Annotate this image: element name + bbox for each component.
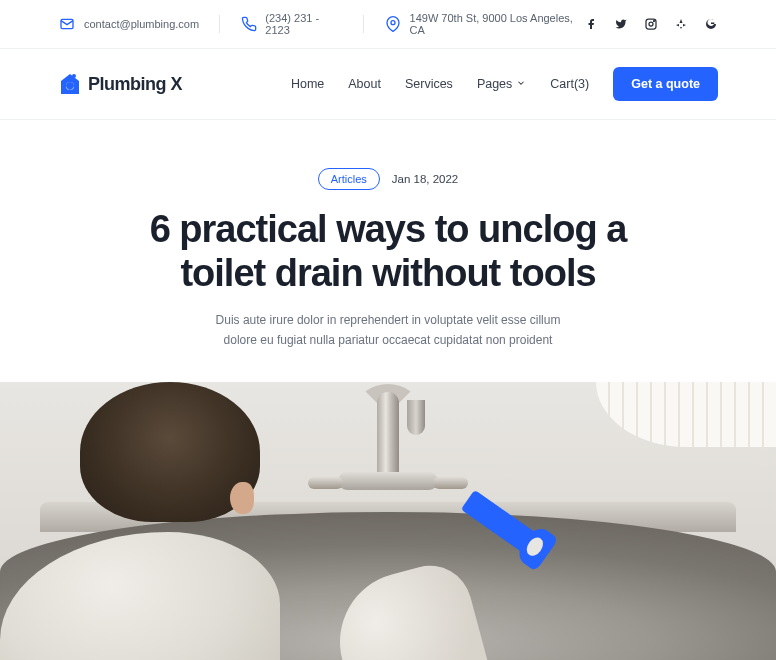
facebook-icon[interactable]: [584, 17, 598, 31]
hero-image: [0, 382, 776, 660]
yelp-icon[interactable]: [674, 17, 688, 31]
google-icon[interactable]: [704, 17, 718, 31]
nav-about[interactable]: About: [348, 77, 381, 91]
email-text: contact@plumbing.com: [84, 18, 199, 30]
logo[interactable]: Plumbing X: [58, 72, 182, 96]
svg-point-6: [72, 74, 76, 78]
email-link[interactable]: contact@plumbing.com: [58, 15, 199, 33]
social-icons: [584, 17, 718, 31]
nav-home[interactable]: Home: [291, 77, 324, 91]
article-header: Articles Jan 18, 2022 6 practical ways t…: [0, 120, 776, 382]
phone-link[interactable]: (234) 231 - 2123: [240, 12, 343, 36]
category-badge[interactable]: Articles: [318, 168, 380, 190]
address-link[interactable]: 149W 70th St, 9000 Los Angeles, CA: [384, 12, 584, 36]
nav-links: Home About Services Pages Cart(3) Get a …: [291, 67, 718, 101]
phone-icon: [240, 15, 257, 33]
logo-icon: [58, 72, 82, 96]
navbar: Plumbing X Home About Services Pages Car…: [0, 49, 776, 120]
article-meta: Articles Jan 18, 2022: [58, 168, 718, 190]
phone-text: (234) 231 - 2123: [265, 12, 343, 36]
svg-point-4: [654, 21, 655, 22]
logo-text: Plumbing X: [88, 74, 182, 95]
location-icon: [384, 15, 401, 33]
nav-pages[interactable]: Pages: [477, 77, 526, 91]
get-quote-button[interactable]: Get a quote: [613, 67, 718, 101]
instagram-icon[interactable]: [644, 17, 658, 31]
address-text: 149W 70th St, 9000 Los Angeles, CA: [410, 12, 584, 36]
divider: [219, 15, 220, 33]
article-subtitle: Duis aute irure dolor in reprehendert in…: [198, 311, 578, 349]
nav-pages-label: Pages: [477, 77, 512, 91]
topbar: contact@plumbing.com (234) 231 - 2123 14…: [0, 0, 776, 49]
nav-services[interactable]: Services: [405, 77, 453, 91]
divider: [363, 15, 364, 33]
topbar-left: contact@plumbing.com (234) 231 - 2123 14…: [58, 12, 584, 36]
article-date: Jan 18, 2022: [392, 173, 459, 185]
nav-cart[interactable]: Cart(3): [550, 77, 589, 91]
email-icon: [58, 15, 76, 33]
chevron-down-icon: [516, 77, 526, 91]
svg-point-3: [649, 22, 653, 26]
article-title: 6 practical ways to unclog a toilet drai…: [108, 208, 668, 295]
svg-point-1: [391, 21, 395, 25]
twitter-icon[interactable]: [614, 17, 628, 31]
